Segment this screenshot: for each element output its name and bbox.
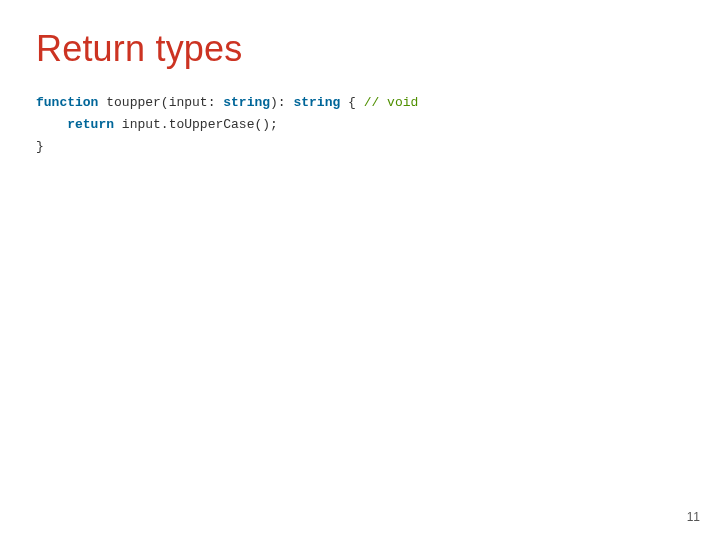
page-number: 11 bbox=[687, 510, 700, 524]
code-text: input.toUpperCase(); bbox=[114, 117, 278, 132]
slide-title: Return types bbox=[36, 28, 684, 70]
code-text: { bbox=[340, 95, 363, 110]
code-indent bbox=[36, 117, 67, 132]
slide: Return types function toupper(input: str… bbox=[0, 0, 720, 540]
code-block: function toupper(input: string): string … bbox=[36, 92, 684, 158]
keyword-return: return bbox=[67, 117, 114, 132]
code-text: } bbox=[36, 139, 44, 154]
type-param: string bbox=[223, 95, 270, 110]
comment: // void bbox=[364, 95, 419, 110]
code-text: toupper(input: bbox=[98, 95, 223, 110]
keyword-function: function bbox=[36, 95, 98, 110]
type-return: string bbox=[293, 95, 340, 110]
code-text: ): bbox=[270, 95, 293, 110]
